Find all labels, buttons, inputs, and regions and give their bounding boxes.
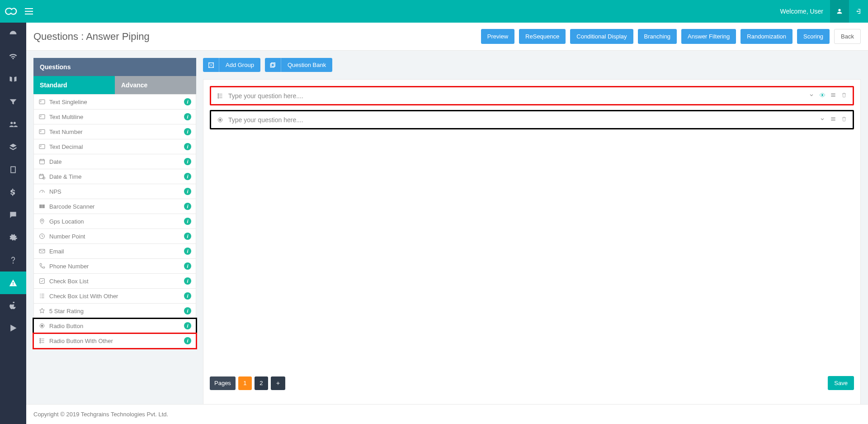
hamburger-menu[interactable] — [25, 8, 33, 14]
topbar: Welcome, User — [0, 0, 868, 23]
user-icon — [836, 8, 843, 15]
welcome-text: Welcome, User — [774, 0, 830, 23]
user-button[interactable] — [830, 0, 849, 23]
topbar-left — [5, 6, 33, 16]
topbar-right: Welcome, User — [774, 0, 868, 23]
logout-icon — [855, 8, 862, 15]
logout-button[interactable] — [849, 0, 868, 23]
logo[interactable] — [5, 6, 18, 16]
logo-icon — [5, 6, 18, 16]
